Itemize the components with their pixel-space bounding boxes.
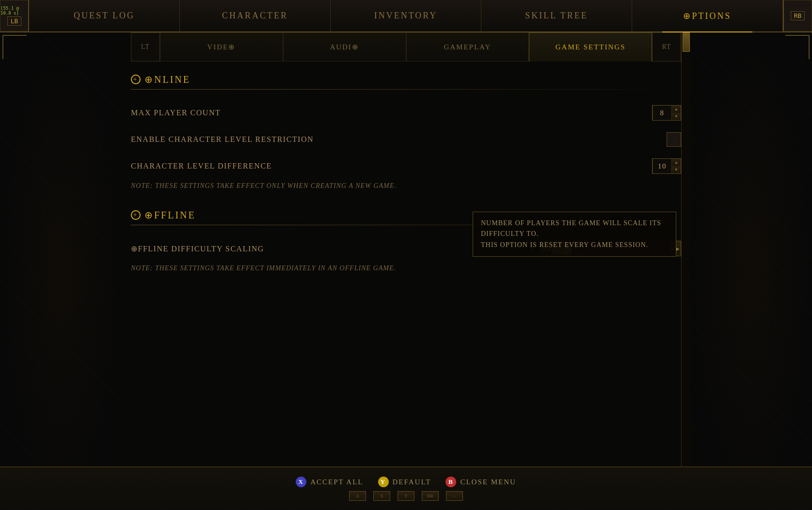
rb-button[interactable]: RB [783, 0, 812, 31]
online-note: Note: These settings take effect only wh… [131, 180, 681, 197]
x-badge: X [296, 477, 306, 487]
online-section-header: ⊕nline [131, 74, 681, 85]
default-label: Default [393, 478, 431, 486]
tooltip-box: Number of players the game will scale it… [473, 212, 676, 257]
sub-tab-audio[interactable]: Audi⊕ [283, 32, 406, 62]
setting-char-level-diff: Character Level Difference 10 ▲ ▼ [131, 153, 681, 180]
bottom-icon-dots: ··· [446, 491, 463, 501]
bottom-icons-row: A X Y RB ··· [349, 491, 463, 501]
b-badge: B [446, 477, 456, 487]
default-action[interactable]: Y Default [378, 477, 431, 487]
stat-badge: [55.1 @ 10.8 s] [0, 6, 28, 15]
close-menu-action[interactable]: B Close Menu [446, 477, 516, 487]
tooltip-line2: This option is reset every game session. [481, 240, 668, 250]
offline-icon [131, 210, 141, 220]
right-side-panel [691, 32, 812, 510]
tooltip-line1: Number of players the game will scale it… [481, 218, 668, 240]
settings-panel: LT Vide⊕ Audi⊕ Gameplay Game Settings [121, 32, 691, 510]
max-player-count-input[interactable]: 8 ▲ ▼ [652, 105, 681, 121]
bottom-bar: X Accept All Y Default B Close Menu A X … [0, 466, 812, 510]
max-player-count-label: Max Player Count [131, 108, 652, 117]
online-divider [131, 89, 681, 90]
char-level-diff-input[interactable]: 10 ▲ ▼ [652, 158, 681, 174]
scrollbar-thumb[interactable] [683, 32, 690, 52]
sub-tab-gameplay[interactable]: Gameplay [406, 32, 529, 62]
bottom-icon-a: A [349, 491, 366, 501]
sub-tab-video[interactable]: Vide⊕ [160, 32, 283, 62]
rb-label: RB [791, 11, 805, 20]
main-content: LT Vide⊕ Audi⊕ Gameplay Game Settings [0, 32, 812, 510]
setting-char-level-restriction: Enable Character Level Restriction [131, 126, 681, 153]
settings-content-area: LT Vide⊕ Audi⊕ Gameplay Game Settings [121, 32, 691, 510]
max-player-count-value: 8 [653, 106, 672, 120]
char-level-diff-label: Character Level Difference [131, 162, 652, 170]
char-level-diff-control: 10 ▲ ▼ [652, 158, 681, 174]
top-nav-bar: [55.1 @ 10.8 s] LB Quest Log Character I… [0, 0, 812, 32]
sub-tabs-row: LT Vide⊕ Audi⊕ Gameplay Game Settings [131, 32, 681, 62]
right-corner-tr [785, 35, 810, 59]
tab-inventory[interactable]: Inventory [331, 0, 481, 31]
offline-difficulty-label: ⊕ffline Difficulty Scaling [131, 244, 530, 253]
char-level-diff-down[interactable]: ▼ [672, 166, 681, 173]
max-player-count-down[interactable]: ▼ [672, 113, 681, 120]
max-player-count-arrows: ▲ ▼ [672, 106, 681, 120]
lb-label: LB [7, 16, 22, 26]
lb-button[interactable]: [55.1 @ 10.8 s] LB [0, 0, 29, 31]
online-icon [131, 75, 141, 84]
nav-tabs: Quest Log Character Inventory Skill Tree… [29, 0, 783, 31]
char-level-restriction-control [667, 132, 681, 147]
left-panel-inner [0, 32, 121, 510]
lt-button[interactable]: LT [131, 32, 160, 62]
char-level-restriction-checkbox[interactable] [667, 132, 681, 147]
offline-note: Note: These settings take effect immedia… [131, 262, 681, 279]
tab-quest-log[interactable]: Quest Log [29, 0, 180, 31]
bottom-actions: X Accept All Y Default B Close Menu [296, 477, 516, 487]
char-level-diff-up[interactable]: ▲ [672, 159, 681, 166]
char-level-restriction-label: Enable Character Level Restriction [131, 135, 667, 144]
scrollbar-track[interactable] [681, 32, 691, 510]
tab-skill-tree[interactable]: Skill Tree [481, 0, 632, 31]
rt-button[interactable]: RT [652, 32, 681, 62]
close-menu-label: Close Menu [460, 478, 516, 486]
left-side-panel [0, 32, 121, 510]
tab-character[interactable]: Character [180, 0, 331, 31]
bottom-icon-rb: RB [422, 491, 439, 501]
sub-tab-game-settings[interactable]: Game Settings [529, 32, 652, 62]
y-badge: Y [378, 477, 389, 487]
accept-all-action[interactable]: X Accept All [296, 477, 363, 487]
setting-max-player-count: Max Player Count 8 ▲ ▼ [131, 99, 681, 126]
char-level-diff-arrows: ▲ ▼ [672, 159, 681, 173]
tab-options[interactable]: ⊕ptions [632, 0, 783, 31]
bottom-icon-x: X [373, 491, 390, 501]
max-player-count-up[interactable]: ▲ [672, 106, 681, 113]
left-corner-tl [2, 35, 27, 59]
char-level-diff-value: 10 [653, 159, 672, 173]
bottom-icon-y: Y [398, 491, 414, 501]
max-player-count-control: 8 ▲ ▼ [652, 105, 681, 121]
accept-all-label: Accept All [310, 478, 363, 486]
right-panel-inner [691, 32, 812, 510]
